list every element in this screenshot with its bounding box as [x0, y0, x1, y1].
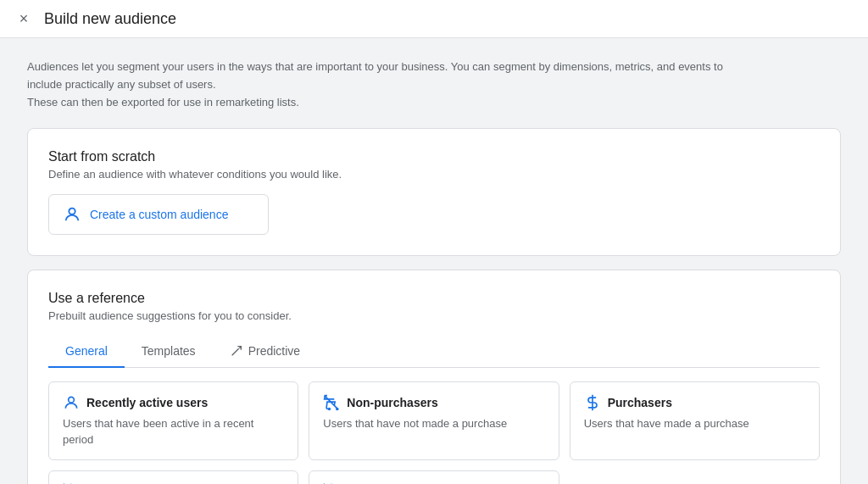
page-header: × Build new audience	[0, 0, 868, 38]
svg-point-3	[69, 398, 75, 403]
scratch-card: Start from scratch Define an audience wi…	[27, 128, 841, 256]
description-text: Audiences let you segment your users in …	[27, 58, 756, 111]
tab-predictive[interactable]: Predictive	[213, 336, 317, 368]
reference-card: Use a reference Prebuilt audience sugges…	[27, 270, 841, 484]
audience-card-recently-active[interactable]: Recently active users Users that have be…	[48, 381, 298, 459]
svg-line-1	[231, 349, 238, 356]
recently-active-desc: Users that have been active in a recent …	[63, 416, 284, 447]
purchasers-title: Purchasers	[608, 396, 672, 409]
audience-grid: Recently active users Users that have be…	[48, 381, 820, 484]
svg-point-6	[337, 409, 338, 410]
close-button[interactable]: ×	[14, 8, 34, 29]
reference-subtitle: Prebuilt audience suggestions for you to…	[48, 309, 820, 322]
audience-card-purchasers[interactable]: Purchasers Users that have made a purcha…	[570, 381, 820, 459]
scratch-title: Start from scratch	[48, 149, 820, 164]
dollar-icon	[584, 394, 601, 411]
page-title: Build new audience	[44, 10, 176, 28]
recently-active-title: Recently active users	[86, 396, 208, 409]
audience-card-non-purchasers[interactable]: Non-purchasers Users that have not made …	[309, 381, 559, 459]
person-icon	[63, 394, 80, 411]
purchasers-desc: Users that have made a purchase	[584, 416, 805, 431]
wand-icon	[230, 344, 243, 358]
svg-point-0	[69, 209, 75, 214]
person-icon	[63, 205, 81, 224]
create-custom-label: Create a custom audience	[90, 208, 228, 221]
scratch-subtitle: Define an audience with whatever conditi…	[48, 168, 820, 181]
non-purchasers-desc: Users that have not made a purchase	[323, 416, 544, 431]
main-content: Audiences let you segment your users in …	[0, 38, 868, 484]
reference-tabs: General Templates Predictive	[48, 336, 820, 368]
tab-general[interactable]: General	[48, 336, 125, 368]
reference-title: Use a reference	[48, 291, 820, 306]
audience-card-7day-inactive-purchasers[interactable]: 7-day inactive purchasers Purchasers who…	[309, 470, 559, 484]
tab-templates[interactable]: Templates	[125, 336, 213, 368]
audience-card-7day-inactive[interactable]: 7-day inactive users Users who were once…	[48, 470, 298, 484]
no-cart-icon	[323, 394, 340, 411]
create-custom-audience-button[interactable]: Create a custom audience	[48, 194, 269, 235]
non-purchasers-title: Non-purchasers	[347, 396, 437, 409]
